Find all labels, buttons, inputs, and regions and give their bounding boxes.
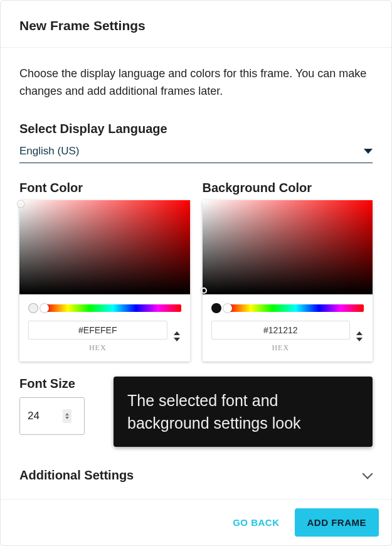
language-section-title: Select Display Language <box>19 122 373 136</box>
dialog-intro-text: Choose the display language and colors f… <box>19 65 373 100</box>
font-color-column: Font Color HEX <box>19 181 190 361</box>
background-color-hue-thumb[interactable] <box>223 304 232 313</box>
background-color-saturation-area[interactable] <box>203 200 373 294</box>
background-color-column: Background Color HEX <box>203 181 373 361</box>
add-frame-button[interactable]: ADD FRAME <box>295 508 379 537</box>
font-color-hex-label: HEX <box>28 343 167 353</box>
background-color-hue-slider[interactable] <box>228 304 364 312</box>
font-size-label: Font Size <box>19 377 101 391</box>
dialog-header: New Frame Settings <box>1 1 391 48</box>
chevron-down-icon <box>364 471 373 480</box>
background-color-swatch <box>211 303 221 313</box>
font-color-hex-row: HEX <box>19 317 190 361</box>
dialog-body: Choose the display language and colors f… <box>1 48 391 499</box>
font-color-saturation-area[interactable] <box>19 200 190 294</box>
chevron-up-icon[interactable] <box>174 331 180 335</box>
background-color-format-stepper[interactable] <box>355 331 364 341</box>
additional-settings-accordion[interactable]: Additional Settings <box>19 464 373 489</box>
color-pickers-row: Font Color HEX <box>19 181 373 361</box>
background-color-saturation-cursor[interactable] <box>201 287 207 294</box>
dialog-footer: GO BACK ADD FRAME <box>1 499 391 545</box>
font-color-saturation-cursor[interactable] <box>18 201 24 207</box>
font-size-column: Font Size <box>19 377 101 435</box>
background-color-label: Background Color <box>203 181 373 195</box>
chevron-down-icon[interactable] <box>356 338 363 341</box>
font-color-format-stepper[interactable] <box>172 331 181 341</box>
go-back-button[interactable]: GO BACK <box>229 511 283 534</box>
chevron-down-icon <box>364 149 373 154</box>
background-color-hex-input[interactable] <box>211 321 351 340</box>
additional-settings-label: Additional Settings <box>19 468 134 483</box>
chevron-down-icon[interactable] <box>174 338 180 341</box>
font-color-swatch <box>28 303 38 313</box>
font-color-hue-slider[interactable] <box>45 304 181 312</box>
background-color-controls <box>203 294 373 317</box>
background-color-hex-label: HEX <box>211 343 351 353</box>
chevron-down-icon[interactable] <box>65 417 69 419</box>
chevron-up-icon[interactable] <box>65 413 69 415</box>
font-color-controls <box>19 294 190 317</box>
font-color-label: Font Color <box>19 181 190 195</box>
preview-text: The selected font and background setting… <box>127 392 301 432</box>
font-size-row: Font Size The selected font and backgrou… <box>19 377 373 447</box>
font-size-input-wrap <box>19 397 85 435</box>
background-color-hex-row: HEX <box>203 317 373 361</box>
chevron-up-icon[interactable] <box>356 331 363 335</box>
font-size-input[interactable] <box>28 410 58 422</box>
language-select-value: English (US) <box>19 145 79 158</box>
language-select[interactable]: English (US) <box>19 142 373 163</box>
font-color-picker: HEX <box>19 200 190 361</box>
font-color-hex-input[interactable] <box>28 321 167 340</box>
background-color-picker: HEX <box>203 200 373 361</box>
dialog-title: New Frame Settings <box>19 18 373 33</box>
preview-box: The selected font and background setting… <box>114 377 373 447</box>
font-color-hue-thumb[interactable] <box>40 304 49 313</box>
new-frame-settings-dialog: New Frame Settings Choose the display la… <box>0 0 392 546</box>
font-size-stepper[interactable] <box>63 409 72 423</box>
